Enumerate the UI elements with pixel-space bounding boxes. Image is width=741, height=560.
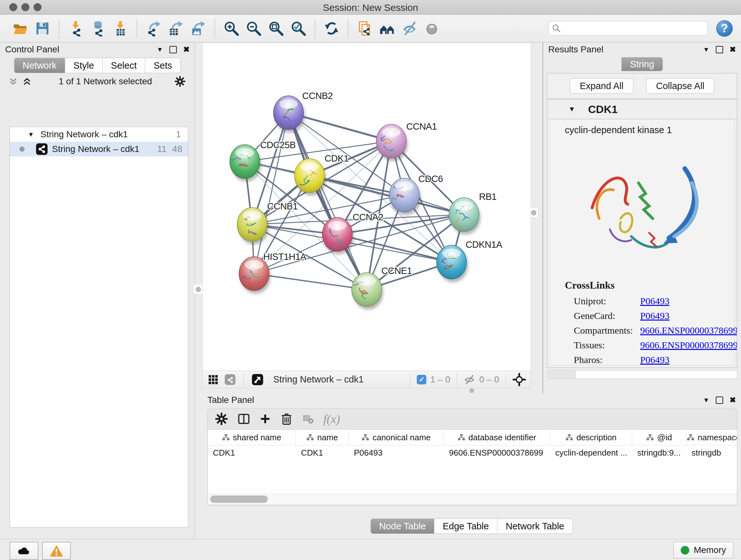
show-columns-icon[interactable] (237, 412, 251, 426)
network-node-RB1[interactable] (449, 198, 481, 235)
cell-description[interactable]: cyclin-dependent ... (550, 445, 632, 460)
show-all-icon[interactable] (424, 20, 440, 37)
control-panel-collapse-icon[interactable]: ▼ (157, 46, 163, 53)
network-node-CCNE1[interactable] (352, 273, 383, 310)
network-collection-row[interactable]: ▼ String Network – cdk1 1 (10, 127, 188, 142)
column-header-name[interactable]: name (296, 430, 349, 445)
network-node-CDK1[interactable] (294, 159, 326, 196)
tab-network-table[interactable]: Network Table (497, 518, 573, 534)
network-node-CDKN1A[interactable] (436, 245, 468, 282)
crosslink-link[interactable]: 9606.ENSP00000378699 (640, 325, 737, 336)
bottom-splitter-handle[interactable] (467, 388, 476, 393)
column-header-description[interactable]: description (550, 430, 632, 445)
detach-view-icon[interactable] (251, 373, 264, 386)
homology-icon[interactable] (379, 20, 395, 37)
column-header-database-identifier[interactable]: database identifier (444, 430, 550, 445)
zoom-selected-icon[interactable] (290, 20, 307, 37)
node-details-expand-icon[interactable]: ▼ (568, 105, 576, 113)
table-panel-collapse-icon[interactable]: ▼ (703, 396, 710, 404)
memory-button[interactable]: Memory (673, 542, 733, 558)
hidden-eye-icon[interactable] (463, 374, 475, 386)
zoom-out-icon[interactable] (246, 20, 262, 37)
open-session-icon[interactable] (12, 20, 28, 37)
table-row[interactable]: CDK1CDK1P064939606.ENSP00000378699cyclin… (208, 445, 737, 460)
cell-namespace[interactable]: stringdb (686, 445, 737, 460)
table-hscrollbar[interactable] (208, 494, 737, 505)
import-network-icon[interactable] (68, 20, 84, 37)
network-options-gear-icon[interactable] (174, 76, 186, 87)
save-session-icon[interactable] (35, 20, 51, 37)
cell--id[interactable]: stringdb:9... (632, 445, 686, 460)
control-panel-close-icon[interactable]: ✖ (183, 45, 190, 54)
gene-name: CDK1 (588, 103, 618, 116)
hide-selected-icon[interactable] (401, 20, 417, 37)
network-node-CCNA2[interactable] (319, 217, 354, 254)
crosshair-icon[interactable] (512, 373, 526, 387)
cell-name[interactable]: CDK1 (296, 445, 349, 460)
collapse-all-networks-icon[interactable] (9, 77, 17, 86)
crosslink-link[interactable]: P06493 (640, 296, 670, 307)
string-import-icon[interactable] (357, 20, 373, 37)
function-builder-icon[interactable]: f(x) (323, 412, 340, 426)
results-panel-collapse-icon[interactable]: ▼ (703, 46, 710, 53)
tab-sets[interactable]: Sets (145, 58, 181, 73)
cloud-status-button[interactable] (10, 542, 38, 560)
results-panel-float-icon[interactable] (716, 46, 723, 53)
cell-database-identifier[interactable]: 9606.ENSP00000378699 (444, 445, 550, 460)
search-input[interactable] (548, 21, 708, 36)
zoom-in-icon[interactable] (223, 20, 239, 37)
cell-canonical-name[interactable]: P06493 (349, 445, 444, 460)
left-splitter-handle[interactable] (193, 284, 203, 294)
crosslink-link[interactable]: 9606.ENSP00000378699 (640, 340, 737, 351)
results-hscrollbar[interactable] (547, 370, 737, 379)
birds-eye-view-icon[interactable] (207, 374, 219, 386)
crosslink-link[interactable]: P06493 (640, 354, 670, 365)
refresh-icon[interactable] (324, 20, 340, 37)
scrollbar-thumb[interactable] (210, 496, 268, 503)
network-node-CCNA1[interactable] (376, 124, 408, 161)
tree-expand-icon[interactable]: ▼ (28, 131, 34, 138)
tab-string-results[interactable]: String (621, 57, 663, 71)
import-database-icon[interactable] (90, 20, 106, 37)
table-panel-close-icon[interactable]: ✖ (730, 395, 736, 405)
tab-network[interactable]: Network (14, 58, 65, 73)
import-table-icon[interactable] (112, 20, 128, 37)
tab-edge-table[interactable]: Edge Table (434, 518, 497, 534)
control-panel-float-icon[interactable] (170, 46, 177, 53)
create-column-icon[interactable] (259, 413, 271, 425)
network-node-CDC6[interactable] (388, 178, 421, 215)
table-options-gear-icon[interactable] (215, 412, 228, 426)
column-header-shared-name[interactable]: shared name (208, 430, 296, 445)
delete-column-icon[interactable] (280, 412, 293, 426)
export-network-icon[interactable] (145, 20, 161, 37)
export-table-icon[interactable] (168, 20, 184, 37)
node-details-header[interactable]: ▼ CDK1 (547, 100, 737, 119)
network-overview-icon[interactable] (224, 373, 237, 386)
column-type-icon (361, 434, 369, 441)
network-canvas[interactable]: CCNB2CCNA1CDC25BCDK1CDC6RB1CCNB1CCNA2CDK… (202, 43, 531, 371)
column-header-canonical-name[interactable]: canonical name (349, 430, 444, 445)
help-button[interactable]: ? (716, 20, 733, 37)
network-node-CDC25B[interactable] (230, 145, 261, 182)
cell-shared-name[interactable]: CDK1 (208, 445, 296, 460)
crosslink-link[interactable]: P06493 (640, 310, 670, 321)
zoom-fit-icon[interactable] (268, 20, 284, 37)
tab-select[interactable]: Select (103, 58, 145, 73)
collapse-all-button[interactable]: Collapse All (646, 78, 715, 94)
hidden-count: 0 – 0 (479, 374, 499, 385)
expand-all-networks-icon[interactable] (23, 77, 31, 86)
network-row-selected[interactable]: String Network – cdk1 11 48 (10, 142, 188, 157)
tab-style[interactable]: Style (65, 58, 103, 73)
results-panel-close-icon[interactable]: ✖ (730, 45, 736, 54)
column-header--id[interactable]: @id (632, 430, 686, 445)
column-header-namespace[interactable]: namespace (686, 430, 737, 445)
delete-table-icon[interactable] (302, 413, 314, 425)
warnings-button[interactable] (42, 542, 71, 560)
export-image-icon[interactable] (190, 20, 206, 37)
expand-all-button[interactable]: Expand All (570, 78, 633, 94)
separator (457, 374, 457, 386)
separator (244, 374, 244, 386)
tab-node-table[interactable]: Node Table (370, 518, 434, 534)
table-panel-float-icon[interactable] (716, 396, 723, 404)
selected-checkbox-icon[interactable]: ✓ (417, 375, 426, 384)
